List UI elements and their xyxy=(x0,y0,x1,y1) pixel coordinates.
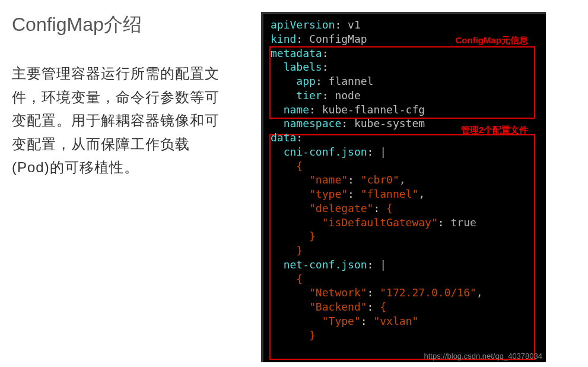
code-line: "name": "cbr0", xyxy=(271,173,539,187)
code-line: } xyxy=(271,229,539,243)
code-line: tier: node xyxy=(271,88,539,103)
text-panel: ConfigMap介绍 主要管理容器运行所需的配置文件，环境变量，命令行参数等可… xyxy=(12,12,261,362)
code-line: cni-conf.json: | xyxy=(271,145,539,159)
code-line: } xyxy=(271,328,539,343)
code-line: "type": "flannel", xyxy=(271,187,539,201)
code-line: "delegate": { xyxy=(271,201,539,216)
code-line: "Backend": { xyxy=(271,300,539,314)
page-title: ConfigMap介绍 xyxy=(12,12,225,38)
code-line: name: kube-flannel-cfg xyxy=(271,103,539,117)
watermark-text: https://blog.csdn.net/qq_40378034 xyxy=(424,351,543,361)
description-text: 主要管理容器运行所需的配置文件，环境变量，命令行参数等可变配置。用于解耦容器镜像… xyxy=(12,62,225,179)
yaml-code-block: ConfigMap元信息 管理2个配置文件 apiVersion: v1 kin… xyxy=(261,12,546,362)
code-line: app: flannel xyxy=(271,74,539,88)
code-line: { xyxy=(271,159,539,173)
annotation-meta: ConfigMap元信息 xyxy=(456,34,528,46)
code-line: { xyxy=(271,272,539,286)
code-line: "isDefaultGateway": true xyxy=(271,216,539,230)
code-line: "Type": "vxlan" xyxy=(271,314,539,328)
code-line: labels: xyxy=(271,60,539,74)
code-line: "Network": "172.27.0.0/16", xyxy=(271,286,539,300)
annotation-files: 管理2个配置文件 xyxy=(461,124,528,136)
code-line: apiVersion: v1 xyxy=(271,18,539,32)
code-panel: ConfigMap元信息 管理2个配置文件 apiVersion: v1 kin… xyxy=(261,12,583,362)
code-line: } xyxy=(271,243,539,258)
code-line: net-conf.json: | xyxy=(271,258,539,272)
code-line: metadata: xyxy=(271,46,539,61)
